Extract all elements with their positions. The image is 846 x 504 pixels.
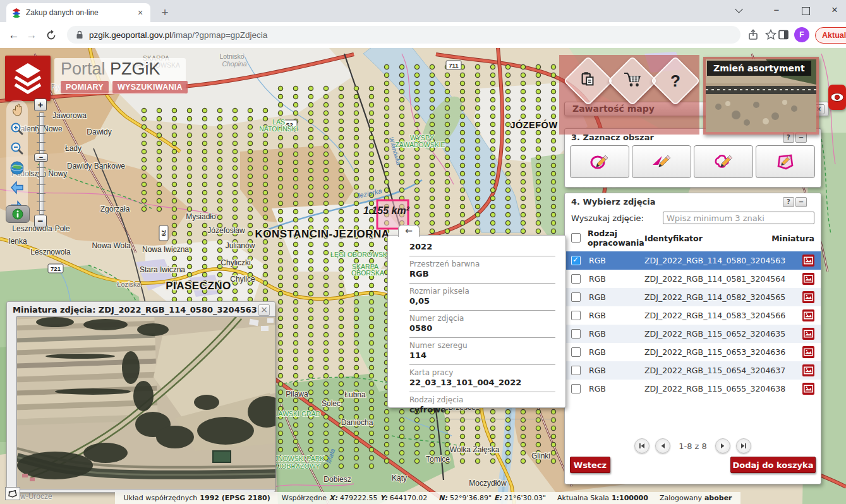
table-row[interactable]: RGBZDJ_2022_RGB_114_0580_3204563 (565, 251, 821, 270)
select-all-checkbox[interactable] (571, 233, 581, 243)
portal-brand: Portal PZGiK POMIARY WYSZUKIWANIA (54, 58, 186, 94)
table-row[interactable]: RGBZDJ_2022_RGB_115_0652_3204635 (565, 325, 821, 343)
table-row[interactable]: RGBZDJ_2022_RGB_115_0653_3204636 (565, 343, 821, 361)
add-to-cart-button[interactable]: Dodaj do koszyka (730, 457, 816, 473)
row-type: RGB (581, 347, 644, 357)
login-label: Zalogowany (660, 494, 702, 502)
thumbnail-close-button[interactable]: × (258, 304, 270, 316)
profile-avatar[interactable]: F (794, 27, 809, 42)
table-row[interactable]: RGBZDJ_2022_RGB_115_0654_3204637 (565, 361, 821, 380)
zoom-in-icon[interactable] (9, 121, 25, 136)
back-button[interactable]: ← (5, 29, 23, 42)
row-checkbox[interactable] (571, 384, 581, 393)
back-button-step[interactable]: Wstecz (570, 457, 610, 473)
zoom-out-icon[interactable] (9, 141, 25, 156)
previous-view-icon[interactable] (9, 180, 25, 195)
identify-info-button[interactable] (6, 205, 30, 223)
table-row[interactable]: RGBZDJ_2022_RGB_114_0582_3204565 (565, 288, 821, 306)
map-label: Łoziska (117, 280, 141, 288)
draw-circle-tool[interactable] (570, 145, 629, 178)
browser-tab[interactable]: Zakup danych on-line × (6, 3, 150, 22)
map-label: Chylice (230, 275, 255, 284)
draw-line-tool[interactable] (632, 145, 691, 178)
map-label: Wólka Załęska (450, 445, 500, 454)
portal-logo[interactable] (5, 56, 51, 101)
coords-label: Współrzędne (282, 494, 327, 502)
row-thumbnail-button[interactable] (802, 273, 814, 285)
draw-polygon-tool[interactable] (694, 145, 753, 178)
layers-icon (13, 62, 43, 95)
last-page-button[interactable] (736, 438, 751, 453)
nav-pomiary[interactable]: POMIARY (61, 81, 109, 93)
change-assortment-label[interactable]: Zmień asortyment (707, 61, 811, 76)
row-checkbox[interactable] (571, 366, 581, 375)
map-label: Nowa Wola (92, 241, 130, 250)
crs-label: Układ współrzędnych (123, 494, 197, 502)
prev-page-button[interactable] (655, 438, 670, 453)
url-host: pzgik.geoportal.gov.pl (89, 30, 171, 40)
map-label: OBORSKA (351, 269, 384, 277)
row-checkbox[interactable] (571, 329, 581, 339)
new-tab-button[interactable]: + (157, 4, 173, 21)
reload-button[interactable] (45, 30, 57, 41)
select-photos-help-button[interactable]: ? (783, 197, 794, 207)
select-photos-panel: 4. Wybierz zdjęcia ? − Wyszukaj zdjęcie:… (564, 193, 821, 484)
update-browser-button[interactable]: Aktualizuj ⋮ (815, 27, 846, 44)
question-icon: ? (670, 73, 680, 89)
detail-row: Rozmiar piksela0,05 (409, 284, 555, 311)
window-maximize-button[interactable] (796, 6, 815, 18)
row-checkbox[interactable] (571, 311, 581, 320)
map-label: PILAWSKI GRAD (269, 410, 321, 417)
row-checkbox[interactable] (571, 256, 581, 265)
first-page-button[interactable] (634, 438, 650, 453)
row-checkbox[interactable] (571, 292, 581, 302)
zoom-slider-minus[interactable]: − (34, 215, 47, 227)
table-row[interactable]: RGBZDJ_2022_RGB_115_0655_3204638 (565, 380, 821, 398)
map-label: Dawidy Bankowe (67, 162, 125, 171)
tab-close-icon[interactable]: × (135, 8, 145, 18)
next-page-button[interactable] (715, 438, 730, 453)
map-label: NATOLIŃSKI (259, 125, 298, 133)
full-extent-globe-icon[interactable] (9, 160, 25, 176)
detail-value: 0580 (409, 323, 555, 333)
table-row[interactable]: RGBZDJ_2022_RGB_114_0581_3204564 (565, 270, 821, 288)
row-thumbnail-button[interactable] (802, 255, 814, 267)
window-close-button[interactable]: × (825, 4, 844, 16)
url-bar[interactable]: pzgik.geoportal.gov.pl/imap/?gpmap=gpZdj… (67, 26, 740, 44)
pan-hand-icon[interactable] (9, 102, 25, 117)
row-thumbnail-button[interactable] (802, 291, 814, 303)
row-thumbnail-button[interactable] (802, 328, 814, 340)
coord-n: 52°9'36.89" (450, 494, 492, 502)
measure-polygon-icon[interactable] (5, 487, 20, 500)
row-thumbnail-button[interactable] (802, 383, 814, 395)
window-minimize-button[interactable]: − (767, 4, 786, 16)
row-checkbox[interactable] (571, 347, 581, 357)
share-icon[interactable] (747, 29, 759, 40)
zoom-slider-plus[interactable]: + (34, 99, 47, 111)
window-chevron-icon[interactable] (734, 6, 743, 15)
bookmark-star-icon[interactable] (765, 29, 777, 40)
details-back-tab[interactable]: ← (398, 225, 420, 237)
row-thumbnail-button[interactable] (802, 364, 814, 376)
change-assortment-widget[interactable]: Zmień asortyment (703, 57, 819, 135)
table-row[interactable]: RGBZDJ_2022_RGB_114_0583_3204566 (565, 306, 821, 325)
zoom-slider-track[interactable] (39, 112, 44, 215)
nav-wyszukiwania[interactable]: WYSZUKIWANIA (112, 81, 188, 93)
map-label: ŁĘGI OBOROWSKIE (330, 251, 394, 258)
row-thumbnail-button[interactable] (802, 309, 814, 321)
detail-value: RGB (409, 269, 555, 279)
row-checkbox[interactable] (571, 274, 581, 284)
login-value: abober (704, 494, 732, 502)
visibility-eye-button[interactable] (828, 85, 846, 110)
map-label: Tomice (426, 455, 450, 464)
select-photos-minimize-button[interactable]: − (795, 197, 807, 207)
crs-value: 1992 (EPSG 2180) (200, 494, 270, 502)
side-panel-icon[interactable] (778, 29, 789, 40)
draw-rectangle-tool[interactable] (756, 145, 815, 178)
row-identifier: ZDJ_2022_RGB_115_0653_3204636 (644, 347, 795, 357)
forward-button[interactable]: → (23, 29, 40, 42)
route-shield: 79 (159, 225, 168, 241)
row-thumbnail-button[interactable] (802, 346, 814, 358)
zoom-slider-handle[interactable]: − (34, 153, 48, 162)
search-input[interactable] (663, 212, 814, 224)
